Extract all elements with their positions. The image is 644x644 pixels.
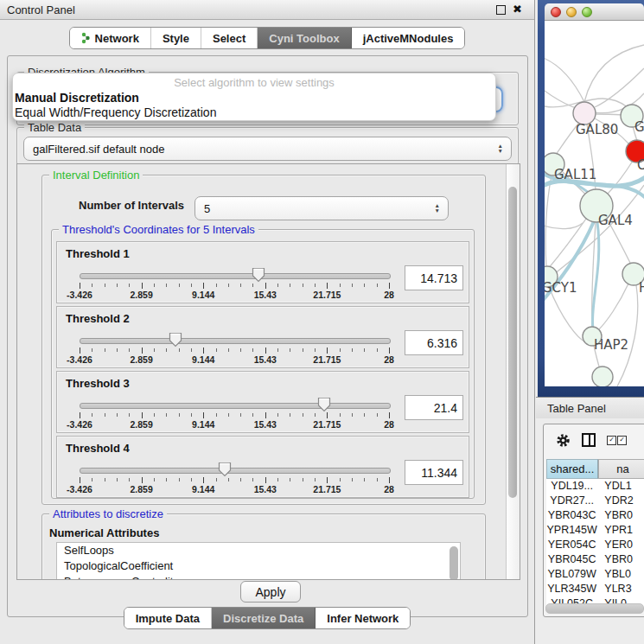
tab-label: Discretize Data <box>223 612 303 625</box>
attributes-groupbox: Attributes to discretize Numerical Attri… <box>41 513 486 580</box>
table-data-combobox[interactable]: galFiltered.sif default node ▲▼ <box>23 137 512 161</box>
tab-cyni-toolbox[interactable]: Cyni Toolbox <box>258 28 351 48</box>
tick-mark <box>191 413 192 417</box>
screen: { "window": { "title": "Control Panel", … <box>0 0 644 644</box>
minimize-traffic-light-icon[interactable] <box>566 7 577 17</box>
network-node[interactable] <box>592 367 613 386</box>
tick-mark <box>290 348 290 352</box>
vscrollbar-thumb[interactable] <box>508 187 517 498</box>
tick-label: 2.859 <box>130 354 152 365</box>
slider-track[interactable] <box>80 273 391 279</box>
list-scrollbar[interactable] <box>450 546 458 580</box>
table-cell: YDL19... <box>546 479 597 494</box>
float-window-icon[interactable] <box>496 5 506 15</box>
tick-mark <box>216 348 217 352</box>
attribute-list-item[interactable]: TopologicalCoefficient <box>57 558 460 574</box>
tab-jactivemnodules[interactable]: jActiveMNodules <box>352 28 465 48</box>
network-canvas[interactable]: GAL80GACGAL11GAL4GCY1HHAP2 <box>545 21 644 386</box>
tick-mark <box>92 284 92 287</box>
tick-mark <box>117 348 118 352</box>
slider-thumb[interactable] <box>218 462 232 477</box>
tab-select[interactable]: Select <box>201 28 258 48</box>
numerical-attributes-list[interactable]: SelfLoopsTopologicalCoefficientBetweenne… <box>56 542 461 580</box>
tick-mark <box>277 284 278 287</box>
tick-label: 2.859 <box>130 484 152 494</box>
tick-mark <box>352 348 353 352</box>
tick-mark <box>377 348 378 352</box>
tick-label: -3.426 <box>67 419 92 430</box>
table-row[interactable]: YDR27...YDR2 <box>546 494 644 508</box>
dropdown-option[interactable]: Manual Discretization <box>13 91 495 105</box>
select-checkboxes-icon[interactable]: ✓ ✓ <box>607 436 627 445</box>
numerical-attributes-label: Numerical Attributes <box>49 526 159 539</box>
tab-style[interactable]: Style <box>151 28 201 48</box>
slider-tick-labels: -3.4262.8599.14415.4321.71528 <box>80 419 389 430</box>
tick-mark <box>327 477 328 483</box>
slider-thumb[interactable] <box>252 267 265 283</box>
table-row[interactable]: YDL19...YDL1 <box>546 479 644 494</box>
node-label: H <box>639 280 644 296</box>
slider-tick-labels: -3.4262.8599.14415.4321.71528 <box>80 290 389 300</box>
cyni-toolbox-panel: Discretization Algorithm ▲▼ Table Data g… <box>7 55 528 617</box>
slider-track[interactable] <box>80 403 391 409</box>
settings-vscrollbar[interactable] <box>506 164 520 579</box>
slider-track[interactable] <box>80 338 391 344</box>
num-intervals-combobox[interactable]: 5 ▲▼ <box>194 196 449 220</box>
tab-network[interactable]: Network <box>70 28 151 48</box>
threshold-value-field[interactable]: 11.344 <box>405 460 463 485</box>
tick-mark <box>352 284 353 287</box>
node-label: GAL80 <box>576 122 618 137</box>
tab-label: Select <box>213 32 245 45</box>
table-row[interactable]: YBR043CYBR0 <box>546 508 644 523</box>
tab-discretize-data[interactable]: Discretize Data <box>212 608 316 628</box>
table-row[interactable]: YER054CYER0 <box>546 538 644 552</box>
close-icon[interactable]: ✖ <box>513 5 522 14</box>
gear-icon[interactable] <box>556 433 571 448</box>
combo-stepper-icon: ▲▼ <box>435 203 448 214</box>
column-selector-icon[interactable] <box>582 433 596 447</box>
threshold-label: Threshold 2 <box>66 312 130 325</box>
table-column-header[interactable]: na <box>598 459 644 479</box>
dropdown-option[interactable]: Equal Width/Frequency Discretization <box>13 105 495 120</box>
zoom-traffic-light-icon[interactable] <box>582 7 592 17</box>
apply-button[interactable]: Apply <box>240 581 301 603</box>
table-row[interactable]: YBR045CYBR0 <box>546 552 644 567</box>
tick-mark <box>315 413 316 417</box>
tick-mark <box>154 478 155 481</box>
tick-mark <box>216 478 217 481</box>
table-hscrollbar[interactable] <box>545 603 644 614</box>
tick-mark <box>364 284 365 287</box>
network-edge <box>545 175 552 267</box>
table-row[interactable]: YBL079WYBL0 <box>546 567 644 582</box>
table-cell: YBR045C <box>546 552 597 567</box>
slider-thumb[interactable] <box>169 332 182 348</box>
tick-mark <box>80 477 80 483</box>
threshold-value-field[interactable]: 14.713 <box>405 265 463 290</box>
slider-track[interactable] <box>80 468 391 474</box>
table-cell: YBR0 <box>597 508 644 523</box>
tick-mark <box>303 413 303 417</box>
table-column-header[interactable]: shared... <box>546 459 598 479</box>
network-graph[interactable]: GAL80GACGAL11GAL4GCY1HHAP2 <box>545 21 644 386</box>
tick-mark <box>303 348 303 352</box>
tick-mark <box>252 413 253 417</box>
tick-mark <box>191 284 192 287</box>
tick-mark <box>277 348 278 352</box>
slider-thumb[interactable] <box>317 397 331 412</box>
tick-mark <box>340 348 341 352</box>
tick-mark <box>92 478 92 481</box>
table-panel-body: ✓ ✓ shared...na YDL19...YDL1YDR27...YDR2… <box>536 418 644 644</box>
threshold-value-field[interactable]: 21.4 <box>405 395 463 420</box>
tab-infer-network[interactable]: Infer Network <box>316 608 410 628</box>
tick-mark <box>166 284 167 287</box>
attribute-list-item[interactable]: BetweennessCentrality <box>57 574 460 580</box>
attribute-list-item[interactable]: SelfLoops <box>57 543 460 558</box>
table-row[interactable]: YPR145WYPR1 <box>546 523 644 538</box>
table-row[interactable]: YLR345WYLR3 <box>546 582 644 596</box>
tick-mark <box>340 478 341 481</box>
tick-label: 15.43 <box>254 354 277 365</box>
tick-mark <box>203 412 204 418</box>
threshold-value-field[interactable]: 6.316 <box>405 330 463 355</box>
close-traffic-light-icon[interactable] <box>551 7 561 17</box>
tab-impute-data[interactable]: Impute Data <box>124 608 212 628</box>
